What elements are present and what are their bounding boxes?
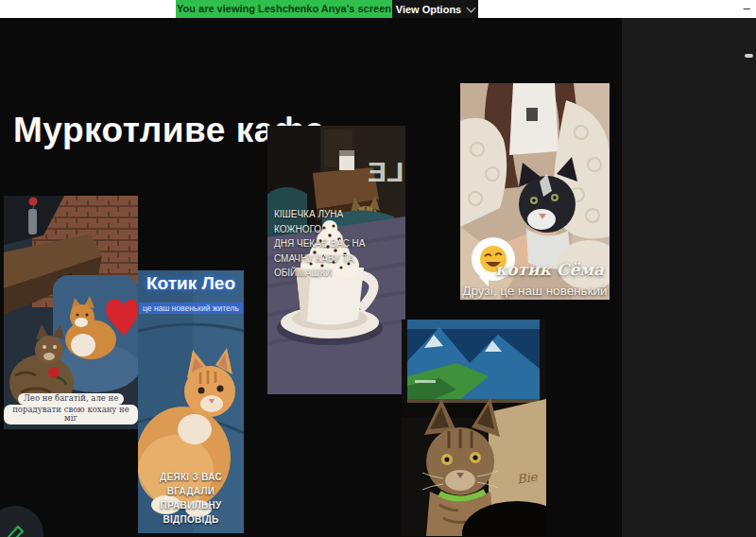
chevron-down-icon [467,3,476,12]
photo-subtitle: це наш новенький житель [138,298,244,315]
photo-subtitle-text: це наш новенький житель [139,303,243,314]
photo-coffee-luna: LE КІШЕЧКА ЛУНА КОЖНОГО ДНЯ ЧЕКАЄ ВАС НА… [267,126,405,394]
caption-line: Лео не багатій, але не [18,393,124,404]
footer-line: ПРАВИЛЬНУ ВІДПОВІДЬ [161,500,222,525]
cat-name-script: котик Сёма [495,260,604,279]
scrollbar-thumb[interactable] [745,54,753,58]
photo-footer-text: ДЕЯКІ З ВАС ВГАДАЛИ ПРАВИЛЬНУ ВІДПОВІДЬ [138,470,244,527]
view-options-label: View Options [396,4,461,15]
photo-caption-bubble: Лео не багатій, але не порадувати свою к… [4,388,138,424]
neon-sign-text: LE [368,156,404,188]
photo-cat-leo: Котик Лео це наш новенький житель ДЕЯКІ … [138,270,244,533]
photo-caption: Друзі, це наш новенький [460,284,610,298]
minimize-button[interactable]: – [740,2,753,16]
viewing-screen-banner: You are viewing Leshchenko Anya's screen [176,0,392,18]
view-options-button[interactable]: View Options [392,0,478,18]
zoom-screenshare-window: You are viewing Leshchenko Anya's screen… [0,0,756,537]
top-bar: You are viewing Leshchenko Anya's screen… [0,0,756,18]
photo-title: Котик Лео [138,273,244,294]
photo-overlay-text: КІШЕЧКА ЛУНА КОЖНОГО ДНЯ ЧЕКАЄ ВАС НА СМ… [274,207,378,281]
photo-cat-tv: Bie [402,320,546,536]
annotation-pencil-button[interactable] [0,506,43,537]
cat-tv-image [402,320,546,536]
overlay-line: ДНЯ ЧЕКАЄ ВАС НА [274,238,365,249]
photo-cat-syoma: котик Сёма Друзі, це наш новенький [460,83,610,300]
overlay-line: КІШЕЧКА ЛУНА КОЖНОГО [274,209,343,234]
overlay-line: ОБІЙМАШКИ [274,268,332,278]
caption-line: порадувати свою кохану не міг [4,405,138,424]
overlay-line: СМАЧНУ КАВУ ТА [274,253,354,264]
pencil-icon [5,524,26,537]
participants-sidebar: Leshchenko Anya Leshchenko Anya [622,18,756,537]
shared-screen-area: Муркотливе кафе [0,18,622,537]
footer-line: ДЕЯКІ З ВАС ВГАДАЛИ [160,472,222,496]
photo-cats-sofa: Лео не багатій, але не порадувати свою к… [4,196,138,429]
wall-script-text: Bie [516,470,538,487]
